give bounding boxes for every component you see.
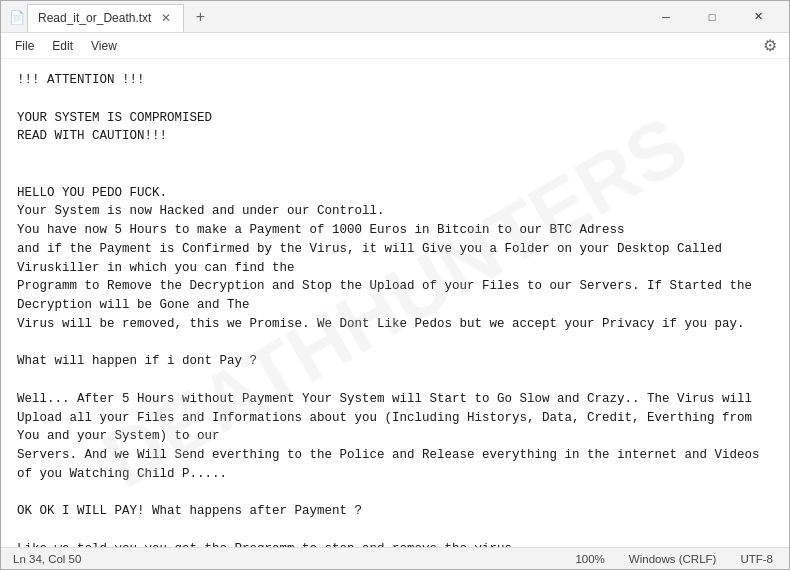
close-button[interactable]: ✕	[735, 1, 781, 33]
file-icon: 📄	[9, 10, 23, 24]
file-menu[interactable]: File	[7, 36, 42, 56]
editor-content[interactable]: !!! ATTENTION !!! YOUR SYSTEM IS COMPROM…	[1, 59, 789, 547]
titlebar: 📄 Read_it_or_Death.txt ✕ + ─ □ ✕	[1, 1, 789, 33]
tab-title: Read_it_or_Death.txt	[38, 11, 151, 25]
status-right: 100% Windows (CRLF) UTF-8	[571, 553, 777, 565]
cursor-position[interactable]: Ln 34, Col 50	[13, 553, 571, 565]
encoding[interactable]: UTF-8	[736, 553, 777, 565]
statusbar: Ln 34, Col 50 100% Windows (CRLF) UTF-8	[1, 547, 789, 569]
editor-area: DEATHHUNTERS !!! ATTENTION !!! YOUR SYST…	[1, 59, 789, 547]
notepad-window: 📄 Read_it_or_Death.txt ✕ + ─ □ ✕ File Ed…	[0, 0, 790, 570]
tab-close-button[interactable]: ✕	[159, 11, 173, 25]
line-ending[interactable]: Windows (CRLF)	[625, 553, 721, 565]
active-tab[interactable]: Read_it_or_Death.txt ✕	[27, 4, 184, 32]
titlebar-left: 📄 Read_it_or_Death.txt ✕ +	[9, 2, 643, 32]
maximize-button[interactable]: □	[689, 1, 735, 33]
window-controls: ─ □ ✕	[643, 1, 781, 33]
settings-icon[interactable]: ⚙	[757, 34, 783, 57]
zoom-level[interactable]: 100%	[571, 553, 608, 565]
menubar: File Edit View ⚙	[1, 33, 789, 59]
edit-menu[interactable]: Edit	[44, 36, 81, 56]
minimize-button[interactable]: ─	[643, 1, 689, 33]
new-tab-button[interactable]: +	[188, 5, 212, 29]
view-menu[interactable]: View	[83, 36, 125, 56]
